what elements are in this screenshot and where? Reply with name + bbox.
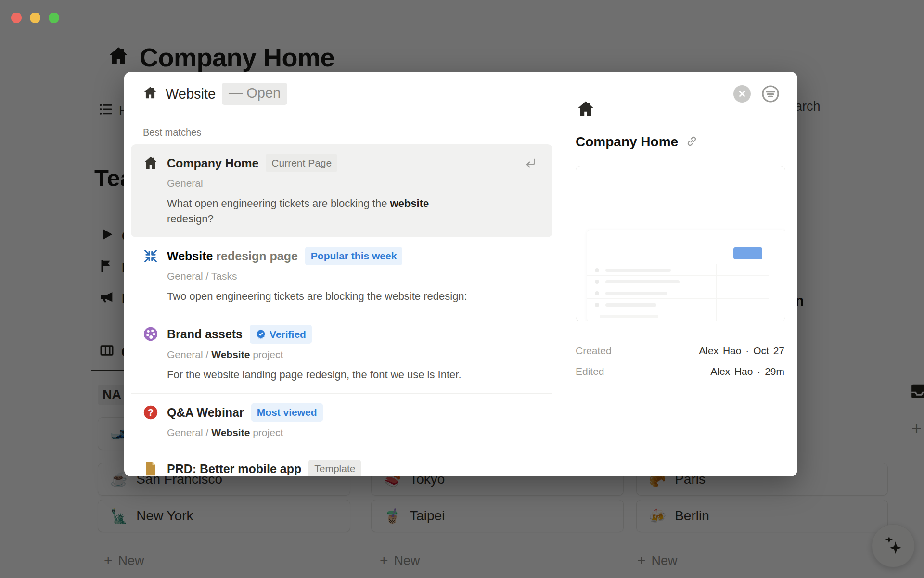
result-badge: Popular this week: [305, 247, 403, 265]
meta-value: Alex Hao · 29m: [710, 366, 784, 377]
page-preview-thumbnail[interactable]: [576, 166, 785, 321]
results-section-label: Best matches: [131, 123, 552, 144]
meta-label: Edited: [576, 366, 604, 377]
result-website-redesign-page[interactable]: Website redesign pagePopular this weekGe…: [131, 237, 552, 315]
results-list: Company HomeCurrent PageGeneralWhat open…: [131, 144, 552, 476]
zoom-window-button[interactable]: [49, 13, 59, 23]
link-icon[interactable]: [685, 135, 698, 150]
result-badge: Most viewed: [251, 403, 323, 422]
screen: Company Home H arch n Tea CMP C NA 🎿 ☕Sa…: [0, 0, 924, 578]
result-snippet: For the website landing page redesign, t…: [167, 367, 541, 383]
question-icon: ?: [142, 403, 159, 439]
search-results-pane: Best matches Company HomeCurrent PageGen…: [124, 117, 559, 476]
mock-blue-button: [733, 247, 762, 259]
result-title: Website redesign page: [167, 248, 298, 264]
close-window-button[interactable]: [11, 13, 22, 23]
palette-icon: [142, 325, 159, 383]
meta-row: CreatedAlex Hao · Oct 27: [576, 345, 784, 357]
document-icon: [142, 460, 159, 476]
result-company-home[interactable]: Company HomeCurrent PageGeneralWhat open…: [131, 144, 552, 237]
home-icon: [142, 154, 159, 227]
search-modal: Website — Open Best matches Company Home…: [124, 72, 797, 476]
search-input[interactable]: Website: [166, 86, 216, 102]
page-meta: CreatedAlex Hao · Oct 27EditedAlex Hao ·…: [576, 345, 784, 377]
search-suggestion-chip[interactable]: — Open: [222, 83, 287, 105]
meta-value: Alex Hao · Oct 27: [699, 345, 784, 357]
result-breadcrumb: General / Tasks: [167, 270, 541, 283]
window-controls: [11, 13, 59, 23]
result-snippet: Two open engineering tickets are blockin…: [167, 289, 541, 304]
result-title: Company Home: [167, 155, 258, 171]
result-breadcrumb: General / Website project: [167, 348, 541, 361]
result-title: PRD: Better mobile app: [167, 461, 301, 477]
result-snippet: What open engineering tickets are blocki…: [167, 196, 541, 227]
result-title: Q&A Webinar: [167, 405, 244, 421]
meta-label: Created: [576, 345, 612, 357]
result-badge: Current Page: [266, 154, 337, 172]
enter-key-icon: [524, 156, 541, 170]
result-badge: Verified: [250, 325, 312, 344]
svg-text:?: ?: [148, 407, 154, 418]
preview-pane: Company Home: [560, 72, 797, 476]
page-preview-mock: [576, 166, 785, 321]
result-qa-webinar[interactable]: ?Q&A WebinarMost viewedGeneral / Website…: [131, 393, 552, 450]
result-brand-assets[interactable]: Brand assetsVerifiedGeneral / Website pr…: [131, 315, 552, 393]
result-breadcrumb: General: [167, 177, 541, 190]
result-badge: Template: [308, 460, 361, 476]
home-icon: [142, 85, 158, 103]
verified-seal-icon: [256, 329, 266, 339]
meta-row: EditedAlex Hao · 29m: [576, 366, 784, 377]
minimize-window-button[interactable]: [30, 13, 40, 23]
result-title: Brand assets: [167, 326, 243, 342]
result-prd-better-mobile-app[interactable]: PRD: Better mobile appTemplateGeneral / …: [131, 450, 552, 476]
collapse-icon: [142, 247, 159, 304]
result-breadcrumb: General / Website project: [167, 426, 541, 439]
preview-page-title: Company Home: [576, 134, 678, 150]
home-icon: [576, 113, 596, 121]
